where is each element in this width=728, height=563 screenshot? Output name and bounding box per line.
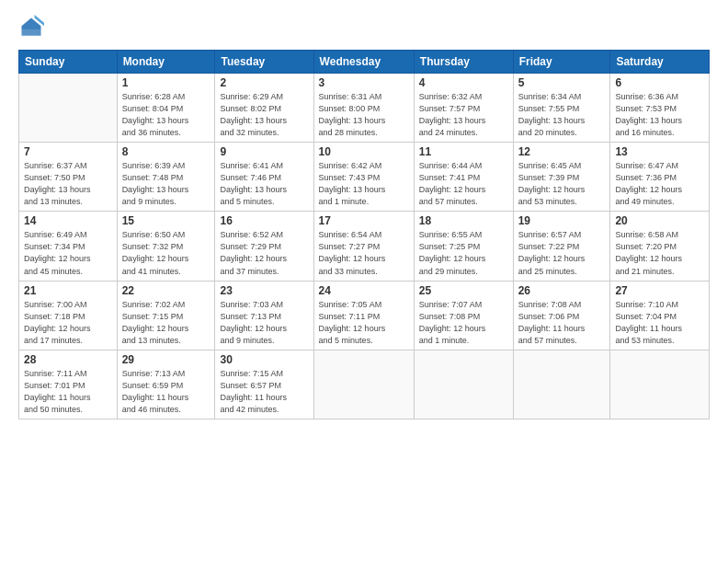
day-info: Sunrise: 7:00 AM Sunset: 7:18 PM Dayligh… (24, 299, 112, 347)
day-info: Sunrise: 6:31 AM Sunset: 8:00 PM Dayligh… (319, 91, 409, 139)
day-info: Sunrise: 7:02 AM Sunset: 7:15 PM Dayligh… (122, 299, 210, 347)
weekday-header: Thursday (414, 51, 513, 74)
calendar-cell: 25Sunrise: 7:07 AM Sunset: 7:08 PM Dayli… (414, 281, 513, 350)
day-number: 15 (122, 214, 210, 227)
day-info: Sunrise: 6:32 AM Sunset: 7:57 PM Dayligh… (419, 91, 508, 139)
logo (18, 15, 48, 40)
day-number: 20 (615, 214, 704, 227)
day-number: 2 (220, 76, 308, 89)
day-info: Sunrise: 6:41 AM Sunset: 7:46 PM Dayligh… (220, 160, 308, 208)
day-number: 19 (518, 214, 606, 227)
day-info: Sunrise: 6:36 AM Sunset: 7:53 PM Dayligh… (615, 91, 704, 139)
calendar-cell: 21Sunrise: 7:00 AM Sunset: 7:18 PM Dayli… (19, 281, 118, 350)
day-info: Sunrise: 7:13 AM Sunset: 6:59 PM Dayligh… (122, 368, 210, 416)
day-number: 25 (419, 284, 508, 297)
day-info: Sunrise: 7:11 AM Sunset: 7:01 PM Dayligh… (24, 368, 112, 416)
calendar-cell: 28Sunrise: 7:11 AM Sunset: 7:01 PM Dayli… (19, 350, 118, 419)
day-number: 17 (319, 214, 409, 227)
day-info: Sunrise: 7:07 AM Sunset: 7:08 PM Dayligh… (419, 299, 508, 347)
day-number: 30 (220, 353, 308, 366)
calendar-cell (513, 350, 610, 419)
weekday-header: Wednesday (313, 51, 414, 74)
day-number: 29 (122, 353, 210, 366)
day-info: Sunrise: 6:45 AM Sunset: 7:39 PM Dayligh… (518, 160, 606, 208)
calendar-cell: 24Sunrise: 7:05 AM Sunset: 7:11 PM Dayli… (313, 281, 414, 350)
calendar-cell: 4Sunrise: 6:32 AM Sunset: 7:57 PM Daylig… (414, 74, 513, 143)
calendar-cell (313, 350, 414, 419)
calendar-cell (610, 350, 710, 419)
day-info: Sunrise: 6:49 AM Sunset: 7:34 PM Dayligh… (24, 229, 112, 277)
weekday-header: Tuesday (215, 51, 313, 74)
day-number: 24 (319, 284, 409, 297)
calendar-cell: 2Sunrise: 6:29 AM Sunset: 8:02 PM Daylig… (215, 74, 313, 143)
page: SundayMondayTuesdayWednesdayThursdayFrid… (0, 0, 728, 563)
day-info: Sunrise: 6:34 AM Sunset: 7:55 PM Dayligh… (518, 91, 606, 139)
calendar-header-row: SundayMondayTuesdayWednesdayThursdayFrid… (19, 51, 710, 74)
day-number: 18 (419, 214, 508, 227)
calendar-cell: 30Sunrise: 7:15 AM Sunset: 6:57 PM Dayli… (215, 350, 313, 419)
day-number: 27 (615, 284, 704, 297)
day-number: 6 (615, 76, 704, 89)
day-info: Sunrise: 6:55 AM Sunset: 7:25 PM Dayligh… (419, 229, 508, 277)
day-number: 11 (419, 145, 508, 158)
calendar-cell: 18Sunrise: 6:55 AM Sunset: 7:25 PM Dayli… (414, 212, 513, 281)
calendar-cell: 7Sunrise: 6:37 AM Sunset: 7:50 PM Daylig… (19, 143, 118, 212)
calendar-table: SundayMondayTuesdayWednesdayThursdayFrid… (18, 50, 710, 419)
day-number: 1 (122, 76, 210, 89)
calendar-cell: 5Sunrise: 6:34 AM Sunset: 7:55 PM Daylig… (513, 74, 610, 143)
day-number: 26 (518, 284, 606, 297)
day-info: Sunrise: 7:08 AM Sunset: 7:06 PM Dayligh… (518, 299, 606, 347)
calendar-cell: 10Sunrise: 6:42 AM Sunset: 7:43 PM Dayli… (313, 143, 414, 212)
day-number: 4 (419, 76, 508, 89)
day-info: Sunrise: 6:58 AM Sunset: 7:20 PM Dayligh… (615, 229, 704, 277)
calendar-week-row: 28Sunrise: 7:11 AM Sunset: 7:01 PM Dayli… (19, 350, 710, 419)
calendar-cell: 17Sunrise: 6:54 AM Sunset: 7:27 PM Dayli… (313, 212, 414, 281)
calendar-cell: 13Sunrise: 6:47 AM Sunset: 7:36 PM Dayli… (610, 143, 710, 212)
calendar-cell (414, 350, 513, 419)
day-number: 23 (220, 284, 308, 297)
day-number: 8 (122, 145, 210, 158)
day-info: Sunrise: 7:05 AM Sunset: 7:11 PM Dayligh… (319, 299, 409, 347)
day-number: 13 (615, 145, 704, 158)
day-number: 14 (24, 214, 112, 227)
calendar-cell: 12Sunrise: 6:45 AM Sunset: 7:39 PM Dayli… (513, 143, 610, 212)
day-info: Sunrise: 7:03 AM Sunset: 7:13 PM Dayligh… (220, 299, 308, 347)
day-info: Sunrise: 7:10 AM Sunset: 7:04 PM Dayligh… (615, 299, 704, 347)
day-info: Sunrise: 6:39 AM Sunset: 7:48 PM Dayligh… (122, 160, 210, 208)
calendar-cell (19, 74, 118, 143)
calendar-cell: 8Sunrise: 6:39 AM Sunset: 7:48 PM Daylig… (117, 143, 215, 212)
svg-rect-2 (22, 29, 41, 36)
calendar-cell: 19Sunrise: 6:57 AM Sunset: 7:22 PM Dayli… (513, 212, 610, 281)
day-info: Sunrise: 6:52 AM Sunset: 7:29 PM Dayligh… (220, 229, 308, 277)
day-number: 28 (24, 353, 112, 366)
calendar-cell: 9Sunrise: 6:41 AM Sunset: 7:46 PM Daylig… (215, 143, 313, 212)
calendar-cell: 23Sunrise: 7:03 AM Sunset: 7:13 PM Dayli… (215, 281, 313, 350)
calendar-cell: 22Sunrise: 7:02 AM Sunset: 7:15 PM Dayli… (117, 281, 215, 350)
day-number: 9 (220, 145, 308, 158)
calendar-cell: 1Sunrise: 6:28 AM Sunset: 8:04 PM Daylig… (117, 74, 215, 143)
day-number: 3 (319, 76, 409, 89)
day-number: 12 (518, 145, 606, 158)
day-info: Sunrise: 6:44 AM Sunset: 7:41 PM Dayligh… (419, 160, 508, 208)
day-info: Sunrise: 6:57 AM Sunset: 7:22 PM Dayligh… (518, 229, 606, 277)
day-number: 21 (24, 284, 112, 297)
calendar-cell: 15Sunrise: 6:50 AM Sunset: 7:32 PM Dayli… (117, 212, 215, 281)
day-info: Sunrise: 7:15 AM Sunset: 6:57 PM Dayligh… (220, 368, 308, 416)
calendar-week-row: 1Sunrise: 6:28 AM Sunset: 8:04 PM Daylig… (19, 74, 710, 143)
day-number: 22 (122, 284, 210, 297)
logo-icon (18, 15, 44, 40)
day-info: Sunrise: 6:50 AM Sunset: 7:32 PM Dayligh… (122, 229, 210, 277)
day-info: Sunrise: 6:47 AM Sunset: 7:36 PM Dayligh… (615, 160, 704, 208)
day-number: 16 (220, 214, 308, 227)
calendar-cell: 26Sunrise: 7:08 AM Sunset: 7:06 PM Dayli… (513, 281, 610, 350)
day-info: Sunrise: 6:37 AM Sunset: 7:50 PM Dayligh… (24, 160, 112, 208)
day-info: Sunrise: 6:54 AM Sunset: 7:27 PM Dayligh… (319, 229, 409, 277)
day-info: Sunrise: 6:29 AM Sunset: 8:02 PM Dayligh… (220, 91, 308, 139)
weekday-header: Monday (117, 51, 215, 74)
day-info: Sunrise: 6:28 AM Sunset: 8:04 PM Dayligh… (122, 91, 210, 139)
calendar-cell: 6Sunrise: 6:36 AM Sunset: 7:53 PM Daylig… (610, 74, 710, 143)
header (18, 15, 710, 40)
weekday-header: Sunday (19, 51, 118, 74)
day-number: 5 (518, 76, 606, 89)
calendar-cell: 16Sunrise: 6:52 AM Sunset: 7:29 PM Dayli… (215, 212, 313, 281)
